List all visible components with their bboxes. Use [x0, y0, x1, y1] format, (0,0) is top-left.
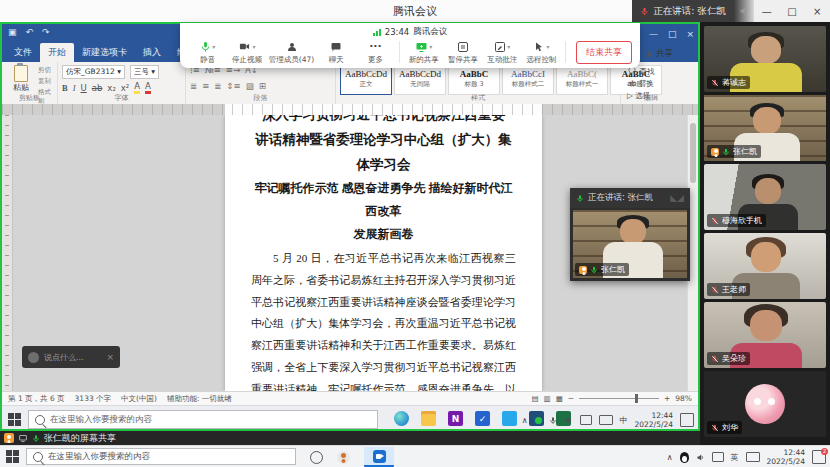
style-no-spacing[interactable]: AaBbCcDd无间隔: [394, 65, 446, 95]
teams-icon[interactable]: [502, 411, 517, 426]
mute-button[interactable]: ▾ 静音: [188, 40, 227, 65]
participant-tile[interactable]: 吴朵珍: [704, 302, 826, 368]
borders-button[interactable]: ⊞: [259, 81, 266, 91]
more-button[interactable]: ··· 更多: [356, 40, 395, 65]
todo-icon[interactable]: ✓: [475, 411, 490, 426]
touch-keyboard-icon[interactable]: [746, 452, 760, 462]
tab-custom[interactable]: 新建选项卡: [74, 43, 135, 62]
scrollbar-thumb[interactable]: [690, 123, 696, 183]
share-button[interactable]: 共享: [645, 48, 673, 60]
contacts-icon[interactable]: [337, 451, 350, 464]
inner-start-button[interactable]: [8, 413, 21, 426]
participant-tile-active-speaker[interactable]: 张仁凯: [704, 95, 826, 161]
participant-tile[interactable]: 穆海欣手机: [704, 164, 826, 230]
bold-button[interactable]: B: [62, 83, 68, 93]
word-minimize-button[interactable]: —: [649, 29, 658, 39]
print-layout-button[interactable]: ▥: [544, 394, 551, 403]
align-left-button[interactable]: ≣: [190, 81, 197, 91]
style-heading-style2[interactable]: AaBbCcI标题样式二: [502, 65, 554, 95]
qq-icon[interactable]: [680, 452, 689, 463]
zoom-slider-thumb[interactable]: [635, 394, 638, 403]
read-mode-button[interactable]: ▤: [531, 394, 538, 403]
underline-button[interactable]: U: [81, 83, 87, 93]
align-right-button[interactable]: ≣: [214, 81, 221, 91]
superscript-button[interactable]: x²: [121, 83, 129, 93]
strikethrough-button[interactable]: ab: [92, 83, 103, 93]
participant-tile[interactable]: 蒋诚志: [704, 26, 826, 92]
inner-action-center-icon[interactable]: [680, 413, 694, 427]
tab-insert[interactable]: 插入: [135, 43, 169, 62]
redo-icon[interactable]: ↷: [42, 27, 50, 37]
tray-chevron-icon[interactable]: ∧: [522, 416, 528, 425]
accessibility-status[interactable]: 辅助功能: 一切就绪: [167, 394, 232, 404]
tray-speaker-icon[interactable]: [564, 416, 573, 425]
paste-button[interactable]: 粘贴: [8, 65, 34, 93]
italic-button[interactable]: I: [73, 83, 76, 93]
subscript-button[interactable]: x₂: [107, 83, 115, 93]
zoom-level[interactable]: 98%: [675, 394, 692, 403]
document-page[interactable]: 深入学习贯彻习近平总书记视察江西重要 讲话精神暨省委理论学习中心组（扩大）集体学…: [225, 115, 542, 391]
save-icon[interactable]: ▣: [8, 27, 17, 37]
chat-button[interactable]: 聊天: [317, 40, 356, 65]
start-button[interactable]: [6, 450, 19, 463]
align-center-button[interactable]: ≡: [202, 81, 209, 91]
new-share-button[interactable]: ▾ 新的共享: [404, 40, 443, 65]
ime-indicator[interactable]: 中: [620, 415, 628, 426]
language-indicator[interactable]: 中文(中国): [121, 394, 157, 404]
edge-icon[interactable]: [394, 411, 409, 426]
zoom-in-button[interactable]: +: [664, 394, 670, 403]
zoom-slider[interactable]: [579, 398, 659, 399]
tencent-meeting-app-icon[interactable]: [364, 447, 394, 467]
action-center-icon[interactable]: 2: [812, 450, 826, 464]
word-maximize-button[interactable]: □: [668, 29, 677, 39]
cut-button[interactable]: 剪切: [38, 66, 57, 75]
inner-search-box[interactable]: 在这里输入你要搜索的内容: [28, 410, 378, 429]
web-layout-button[interactable]: ▦: [556, 394, 563, 403]
word-close-button[interactable]: ×: [686, 29, 694, 39]
chat-bubble[interactable]: 说点什么... ×: [22, 346, 120, 368]
zoom-out-button[interactable]: −: [568, 394, 574, 403]
maximize-button[interactable]: □: [782, 6, 802, 17]
shading-button[interactable]: ▨: [246, 81, 254, 91]
style-heading3[interactable]: AaBbC标题 3: [448, 65, 500, 95]
line-spacing-button[interactable]: ⇕≡: [226, 81, 240, 91]
tray-speaker-icon[interactable]: [696, 453, 705, 462]
page-indicator[interactable]: 第 1 页，共 6 页: [8, 394, 65, 404]
file-explorer-icon[interactable]: [421, 411, 436, 426]
onenote-icon[interactable]: N: [448, 411, 463, 426]
inner-clock[interactable]: 12:44 2022/5/24: [635, 411, 673, 429]
manage-members-button[interactable]: 管理成员(47): [267, 40, 317, 65]
status-dot-icon[interactable]: [535, 417, 542, 424]
copy-button[interactable]: 复制: [38, 77, 57, 86]
taskbar-search-box[interactable]: 在这里输入你要搜索的内容: [26, 448, 296, 465]
minimize-button[interactable]: —: [757, 6, 777, 17]
clock[interactable]: 12:44 2022/5/24: [767, 448, 805, 466]
tray-chevron-icon[interactable]: ∧: [667, 453, 673, 462]
undo-icon[interactable]: ↶: [26, 27, 34, 37]
font-size-dropdown[interactable]: 三号 ▾: [130, 65, 159, 79]
vertical-ruler[interactable]: [2, 115, 13, 391]
close-button[interactable]: ×: [807, 6, 827, 17]
replace-button[interactable]: ab 替换: [627, 79, 654, 89]
active-speaker-popup[interactable]: 正在讲话: 张仁凯 ◣◢ 张仁凯: [570, 188, 690, 281]
font-name-dropdown[interactable]: 仿宋_GB2312 ▾: [62, 65, 125, 79]
style-heading-style1[interactable]: AaBbC(标题样式一: [556, 65, 608, 95]
word-count[interactable]: 3133 个字: [75, 394, 111, 404]
chat-bubble-close-icon[interactable]: ×: [106, 352, 114, 362]
participant-tile[interactable]: 刘华: [704, 371, 826, 437]
battery-icon[interactable]: [580, 415, 592, 425]
pause-share-button[interactable]: 暂停共享: [443, 40, 482, 65]
tab-home[interactable]: 开始: [40, 43, 74, 62]
stop-video-button[interactable]: ▾ 停止视频: [227, 40, 266, 65]
remote-control-button[interactable]: ▾ 远程控制: [522, 40, 561, 65]
cortana-icon[interactable]: [310, 451, 323, 464]
style-normal[interactable]: AaBbCcDd正文: [340, 65, 392, 95]
end-share-button[interactable]: 结束共享: [576, 41, 632, 64]
touch-keyboard-icon[interactable]: [599, 415, 613, 425]
horizontal-ruler[interactable]: [2, 104, 698, 115]
tab-file[interactable]: 文件: [6, 43, 40, 62]
ime-indicator[interactable]: 英: [731, 452, 739, 463]
display-icon[interactable]: [712, 452, 724, 462]
participant-tile[interactable]: 王老师: [704, 233, 826, 299]
annotation-button[interactable]: ▾ 互动批注: [483, 40, 522, 65]
